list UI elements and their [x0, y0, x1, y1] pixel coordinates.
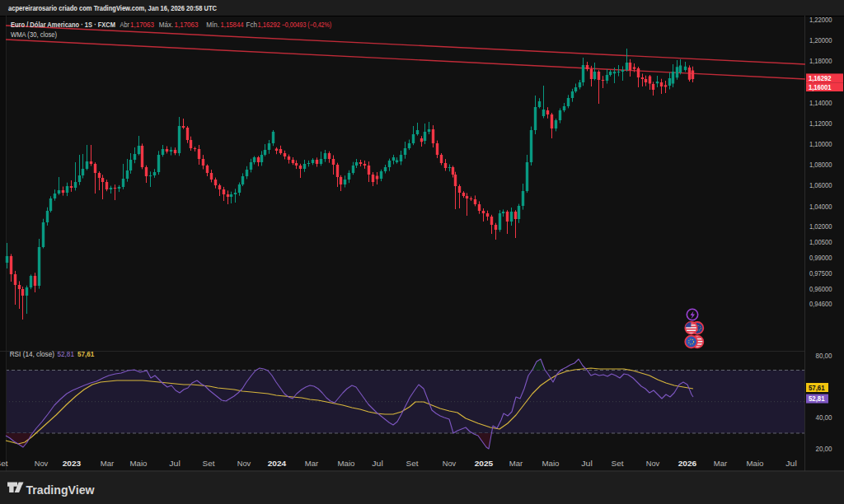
- svg-text:1,00500: 1,00500: [809, 238, 832, 246]
- svg-text:WMA (30, close): WMA (30, close): [11, 30, 57, 39]
- svg-text:Maio: Maio: [338, 459, 355, 468]
- svg-text:Mar: Mar: [509, 459, 523, 468]
- svg-text:Fch: Fch: [246, 21, 258, 29]
- svg-text:1,16292: 1,16292: [809, 74, 832, 82]
- svg-text:acpereirarosario criado com Tr: acpereirarosario criado com TradingView.…: [8, 4, 217, 12]
- svg-text:Nov: Nov: [646, 459, 660, 468]
- svg-text:80,00: 80,00: [816, 352, 832, 360]
- svg-text:Jul: Jul: [169, 459, 181, 468]
- svg-text:57,61: 57,61: [77, 350, 94, 358]
- svg-text:1,18000: 1,18000: [809, 57, 832, 65]
- svg-text:Nov: Nov: [237, 459, 251, 468]
- svg-text:20,00: 20,00: [816, 445, 832, 453]
- svg-text:Mar: Mar: [101, 459, 115, 468]
- svg-text:Abr: Abr: [120, 21, 129, 29]
- svg-text:Maio: Maio: [130, 459, 148, 468]
- svg-text:Set: Set: [0, 459, 8, 468]
- svg-text:1,08000: 1,08000: [809, 161, 832, 169]
- svg-text:Mar: Mar: [714, 459, 728, 468]
- svg-text:1,16292: 1,16292: [258, 21, 281, 29]
- svg-text:Euro / Dólar Americano · 1S ·: Euro / Dólar Americano · 1S · FXCM: [11, 21, 115, 29]
- svg-text:0,96000: 0,96000: [809, 285, 832, 293]
- svg-text:1,14000: 1,14000: [809, 99, 832, 107]
- svg-text:2025: 2025: [475, 459, 494, 468]
- svg-text:52,81: 52,81: [809, 394, 825, 403]
- svg-text:2024: 2024: [268, 459, 287, 468]
- svg-text:1,04000: 1,04000: [809, 203, 832, 211]
- svg-text:Jul: Jul: [581, 459, 593, 468]
- svg-text:2023: 2023: [63, 459, 82, 468]
- svg-text:Máx.: Máx.: [159, 21, 174, 29]
- svg-text:Nov: Nov: [35, 459, 49, 468]
- svg-text:1,20000: 1,20000: [809, 36, 832, 44]
- svg-text:Set: Set: [406, 459, 419, 468]
- svg-text:0,94600: 0,94600: [809, 300, 832, 308]
- svg-text:52,81: 52,81: [58, 350, 74, 358]
- svg-text:1,17063: 1,17063: [130, 21, 154, 29]
- svg-text:RSI (14, close): RSI (14, close): [10, 350, 54, 358]
- svg-text:Jul: Jul: [785, 459, 797, 468]
- svg-text:TradingView: TradingView: [26, 483, 95, 497]
- svg-text:57,61: 57,61: [809, 384, 825, 392]
- svg-text:1,02000: 1,02000: [809, 222, 832, 231]
- svg-text:−0,00493 (−0,42%): −0,00493 (−0,42%): [282, 21, 332, 29]
- svg-text:Mín.: Mín.: [206, 21, 219, 29]
- svg-text:0,99000: 0,99000: [809, 254, 832, 262]
- svg-text:1,10000: 1,10000: [809, 140, 832, 148]
- svg-text:0,97500: 0,97500: [809, 269, 832, 278]
- svg-text:1,16001: 1,16001: [809, 83, 832, 91]
- svg-text:Jul: Jul: [372, 459, 383, 468]
- svg-text:1,17063: 1,17063: [175, 21, 199, 29]
- svg-text:1,12000: 1,12000: [809, 119, 832, 128]
- svg-text:Mar: Mar: [305, 459, 319, 468]
- svg-text:40,00: 40,00: [816, 413, 832, 422]
- svg-text:1,15844: 1,15844: [221, 21, 244, 29]
- svg-text:Maio: Maio: [542, 459, 560, 468]
- svg-text:Set: Set: [612, 459, 624, 468]
- svg-text:1,06000: 1,06000: [809, 181, 832, 189]
- svg-text:Maio: Maio: [747, 459, 764, 468]
- svg-text:Nov: Nov: [443, 459, 457, 468]
- svg-text:2026: 2026: [678, 459, 697, 468]
- svg-text:Set: Set: [203, 459, 215, 468]
- svg-text:1,22000: 1,22000: [809, 16, 832, 24]
